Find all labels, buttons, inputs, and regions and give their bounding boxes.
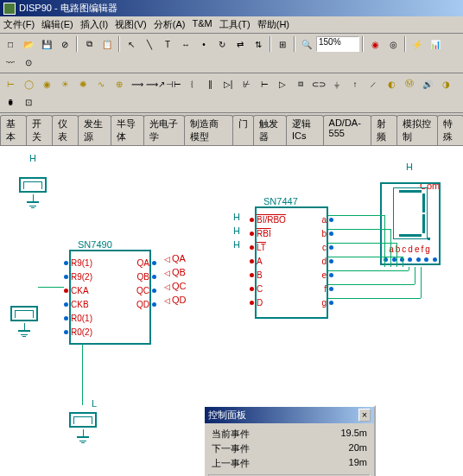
menu-tm[interactable]: T&M xyxy=(192,18,212,31)
opamp-icon[interactable]: ▷ xyxy=(274,75,291,92)
text-icon[interactable]: T xyxy=(159,35,176,53)
probe-icon[interactable]: ◉ xyxy=(366,35,384,53)
ground-2 xyxy=(18,323,30,337)
tab-ad[interactable]: AD/DA-555 xyxy=(323,115,372,145)
menu-insert[interactable]: 插入(I) xyxy=(80,18,108,31)
ground-3 xyxy=(77,429,89,443)
zoom-combo[interactable]: 150% xyxy=(316,36,359,52)
menu-file[interactable]: 文件(F) xyxy=(3,18,35,31)
bus-qb: QB xyxy=(164,267,186,277)
control-panel-dialog[interactable]: 控制面板 × 当前事件19.5m 下一事件20m 上一事件19m ▶ ❚❚ ■ … xyxy=(203,405,376,476)
rotate-icon[interactable]: ↻ xyxy=(213,35,231,53)
dim-icon[interactable]: ↔ xyxy=(177,35,194,53)
sw-icon[interactable]: ⟋ xyxy=(365,75,382,92)
speaker-icon[interactable]: 🔊 xyxy=(419,75,436,92)
grid-icon[interactable]: ⊞ xyxy=(274,35,291,53)
tab-opto[interactable]: 光电子学 xyxy=(143,115,185,145)
pot-icon[interactable]: ⟿↗ xyxy=(147,75,164,92)
fuse-icon[interactable]: ⊂⊃ xyxy=(310,75,327,92)
copy-icon[interactable]: ⧉ xyxy=(80,35,98,53)
tab-logic[interactable]: 逻辑ICs xyxy=(286,115,324,145)
chip-sn7447[interactable]: SN7447 BI/RBO RBI LT A B C D a b c d e f… xyxy=(255,206,328,319)
fet-icon[interactable]: ⊢ xyxy=(256,75,273,92)
ac-icon[interactable]: ∿ xyxy=(92,75,110,92)
dialog-titlebar[interactable]: 控制面板 × xyxy=(205,407,374,423)
meter-icon[interactable]: ⊙ xyxy=(20,54,37,71)
app-icon xyxy=(3,3,16,15)
open-icon[interactable]: 📂 xyxy=(20,35,37,53)
tab-special[interactable]: 特殊 xyxy=(437,115,463,145)
vsrc-icon[interactable]: ◯ xyxy=(20,75,37,92)
paste-icon[interactable]: 📋 xyxy=(98,35,116,53)
vcc-icon[interactable]: ↑ xyxy=(346,75,364,92)
bus-qa: QA xyxy=(164,253,186,263)
relay-icon[interactable]: ⧈ xyxy=(292,75,309,92)
led-icon[interactable]: ◐ xyxy=(383,75,400,92)
toolbar-components: ⊢ ◯ ◉ ☀ ✺ ∿ ⊕ ⟿ ⟿↗ ⊣⊢ ⧙ ‖ ▷| ⊬ ⊢ ▷ ⧈ ⊂⊃ … xyxy=(0,73,463,113)
tab-ff[interactable]: 触发器 xyxy=(253,115,287,145)
isrc-icon[interactable]: ◉ xyxy=(38,75,55,92)
clock-source-3[interactable] xyxy=(69,412,97,428)
xfmr-icon[interactable]: ‖ xyxy=(201,75,219,92)
tab-source[interactable]: 发生源 xyxy=(78,115,111,145)
menu-edit[interactable]: 编辑(E) xyxy=(41,18,73,31)
wire-icon[interactable]: ╲ xyxy=(141,35,158,53)
window-title: DISP90 - 电路图编辑器 xyxy=(19,2,117,15)
row-prev: 上一事件19m xyxy=(208,456,371,471)
dialog-close-icon[interactable]: × xyxy=(358,409,371,422)
cap-icon[interactable]: ⊣⊢ xyxy=(165,75,182,92)
gnd-icon[interactable]: ⏚ xyxy=(328,75,346,92)
motor-icon[interactable]: Ⓜ xyxy=(401,75,418,92)
chart-icon[interactable]: 📊 xyxy=(427,35,444,53)
bulb-icon[interactable]: ☀ xyxy=(56,75,73,92)
pointer-icon[interactable]: ↖ xyxy=(123,35,140,53)
menu-help[interactable]: 帮助(H) xyxy=(257,18,289,31)
tab-semi[interactable]: 半导体 xyxy=(111,115,144,145)
battery-icon[interactable]: ⊢ xyxy=(2,75,19,92)
ind-icon[interactable]: ⧙ xyxy=(183,75,200,92)
bulb2-icon[interactable]: ✺ xyxy=(74,75,92,92)
tab-mfr[interactable]: 制造商模型 xyxy=(184,115,232,145)
node-icon[interactable]: • xyxy=(195,35,212,53)
schematic-canvas[interactable]: H SN7490 R9(1) R9(2) CKA CKB R0(1) R0(2)… xyxy=(0,146,463,476)
res-icon[interactable]: ⟿ xyxy=(129,75,146,92)
tab-switch[interactable]: 开关 xyxy=(26,115,53,145)
seven-segment-display[interactable]: abcdefg xyxy=(380,182,441,265)
crystal-icon[interactable]: ⧯ xyxy=(2,93,19,111)
ac2-icon[interactable]: ⊕ xyxy=(111,75,128,92)
save-icon[interactable]: 💾 xyxy=(38,35,55,53)
bus-qc: QC xyxy=(164,281,187,291)
diode-icon[interactable]: ▷| xyxy=(219,75,237,92)
chip-sn7490[interactable]: SN7490 R9(1) R9(2) CKA CKB R0(1) R0(2) Q… xyxy=(69,250,151,345)
tab-gate[interactable]: 门 xyxy=(232,115,254,145)
node-l: L xyxy=(92,398,97,409)
clock-source-2[interactable] xyxy=(10,306,38,321)
tab-basic[interactable]: 基本 xyxy=(0,115,27,145)
tab-analog[interactable]: 模拟控制 xyxy=(396,115,438,145)
node-h-label: H xyxy=(29,153,36,163)
clock-source[interactable] xyxy=(19,177,47,193)
run-icon[interactable]: ⚡ xyxy=(409,35,426,53)
toolbar-main: □ 📂 💾 ⊘ ⧉ 📋 ↖ ╲ T ↔ • ↻ ⇄ ⇅ ⊞ 🔍 150% ◉ ◎… xyxy=(0,34,463,73)
row-current: 当前事件19.5m xyxy=(208,427,371,441)
seg7-digit xyxy=(393,187,428,239)
tab-meter[interactable]: 仪表 xyxy=(52,115,79,145)
zoom-icon[interactable]: 🔍 xyxy=(298,35,315,53)
buzz-icon[interactable]: ◑ xyxy=(437,75,454,92)
menu-tools[interactable]: 工具(T) xyxy=(219,18,251,31)
node-h-seg: H xyxy=(406,162,413,172)
conn-icon[interactable]: ⊡ xyxy=(20,93,37,111)
flip-icon[interactable]: ⇅ xyxy=(250,35,267,53)
npn-icon[interactable]: ⊬ xyxy=(238,75,255,92)
mirror-icon[interactable]: ⇄ xyxy=(232,35,249,53)
tab-rf[interactable]: 射频 xyxy=(371,115,397,145)
chip-sn7447-title: SN7447 xyxy=(263,196,298,206)
probe2-icon[interactable]: ◎ xyxy=(384,35,402,53)
scope-icon[interactable]: 〰 xyxy=(2,54,19,71)
menu-view[interactable]: 视图(V) xyxy=(115,18,147,31)
close-icon[interactable]: ⊘ xyxy=(56,35,73,53)
menu-analysis[interactable]: 分析(A) xyxy=(154,18,186,31)
node-h4: H xyxy=(233,239,240,250)
new-icon[interactable]: □ xyxy=(2,35,19,53)
chip-sn7490-title: SN7490 xyxy=(78,239,112,250)
